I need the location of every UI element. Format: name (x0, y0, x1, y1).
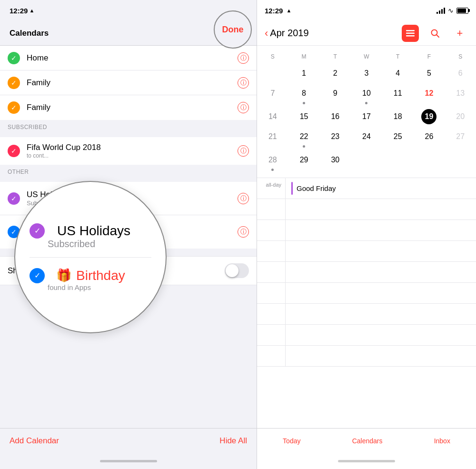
day-num-30: 30 (327, 152, 343, 168)
cal-day-15[interactable]: 15 (288, 107, 320, 127)
cal-week-2: 7 8 9 10 11 12 13 (257, 84, 476, 107)
cal-day-19[interactable]: 19 (414, 107, 445, 127)
show-declined-toggle[interactable] (225, 263, 249, 278)
day-num-13: 13 (453, 86, 468, 101)
good-friday-event[interactable]: Good Friday (297, 184, 336, 192)
day-num-29: 29 (297, 152, 312, 168)
cal-day-14[interactable]: 14 (257, 107, 288, 127)
fifa-calendar-name: Fifa World Cup 2018 (27, 143, 238, 152)
inbox-tab[interactable]: Inbox (434, 437, 450, 445)
cal-day-empty3 (382, 150, 414, 174)
day-num-25: 25 (390, 129, 406, 144)
info-fifa[interactable]: ⓘ (238, 145, 249, 157)
battery-fill (457, 9, 466, 13)
time-label-4 (257, 262, 286, 282)
day-num-5: 5 (421, 66, 436, 81)
day-num-6: 6 (453, 66, 468, 81)
cal-day-2[interactable]: 2 (319, 64, 351, 84)
day-header-s2: S (445, 51, 476, 62)
info-family2[interactable]: ⓘ (238, 102, 249, 113)
cal-day-3[interactable]: 3 (351, 64, 382, 84)
cal-day-8[interactable]: 8 (288, 84, 320, 107)
today-tab[interactable]: Today (283, 437, 300, 445)
day-num-11: 11 (390, 86, 406, 101)
list-view-button[interactable] (402, 25, 419, 42)
dot-8 (303, 102, 305, 104)
cal-day-27[interactable]: 27 (445, 127, 476, 150)
cal-day-23[interactable]: 23 (319, 127, 351, 150)
done-circle: Done (214, 10, 252, 49)
cal-day-7[interactable]: 7 (257, 84, 288, 107)
zoom-divider (30, 257, 151, 258)
day-num-10: 10 (359, 86, 374, 101)
hide-all-button[interactable]: Hide All (219, 436, 247, 446)
time-content-3 (286, 241, 476, 261)
back-arrow[interactable]: ‹ (265, 27, 268, 40)
calendars-tab[interactable]: Calendars (352, 437, 383, 445)
info-birthday[interactable]: ⓘ (238, 226, 249, 238)
day-num-24: 24 (359, 129, 374, 144)
info-usholidays[interactable]: ⓘ (238, 193, 249, 204)
cal-day-29[interactable]: 29 (288, 150, 320, 174)
cal-day-18[interactable]: 18 (382, 107, 414, 127)
calendar-item-fifaworldcup[interactable]: ✓ Fifa World Cup 2018 to cont... ⓘ (0, 137, 257, 165)
search-button[interactable] (426, 25, 444, 42)
day-headers: S M T W T F S (257, 50, 476, 64)
done-button[interactable]: Done (222, 25, 244, 35)
calendar-item-family1[interactable]: ✓ Family ⓘ (0, 70, 257, 95)
day-num-17: 17 (359, 109, 374, 124)
add-event-button[interactable]: + (451, 25, 468, 42)
home-calendar-name: Home (27, 53, 238, 63)
cal-day-4[interactable]: 4 (382, 64, 414, 84)
add-calendar-button[interactable]: Add Calendar (10, 436, 59, 446)
cal-day-empty5 (445, 150, 476, 174)
cal-day-25[interactable]: 25 (382, 127, 414, 150)
cal-day-20[interactable]: 20 (445, 107, 476, 127)
search-icon (431, 29, 439, 38)
day-num-26: 26 (421, 129, 436, 144)
subscribed-header: SUBSCRIBED (0, 120, 257, 132)
status-bar-right: 12:29 ▲ ∿ (257, 0, 476, 21)
day-num-28: 28 (265, 152, 280, 168)
cal-day-6[interactable]: 6 (445, 64, 476, 84)
day-num-12: 12 (421, 86, 436, 101)
cal-day-13[interactable]: 13 (445, 84, 476, 107)
gift-icon: 🎁 (56, 268, 71, 283)
info-home[interactable]: ⓘ (238, 52, 249, 64)
day-header-t1: T (319, 51, 351, 62)
cal-day-30[interactable]: 30 (319, 150, 351, 174)
day-header-f: F (414, 51, 445, 62)
signal-bar-4 (444, 8, 445, 14)
cal-day-17[interactable]: 17 (351, 107, 382, 127)
cal-day-1[interactable]: 1 (288, 64, 320, 84)
day-num-15: 15 (297, 109, 312, 124)
cal-day-12[interactable]: 12 (414, 84, 445, 107)
home-bar-left (100, 460, 157, 462)
cal-day-22[interactable]: 22 (288, 127, 320, 150)
time-content-5 (286, 283, 476, 303)
calendar-item-family2[interactable]: ✓ Family ⓘ (0, 95, 257, 120)
cal-day-28[interactable]: 28 (257, 150, 288, 174)
day-header-m: M (288, 51, 320, 62)
cal-day-26[interactable]: 26 (414, 127, 445, 150)
cal-day-9[interactable]: 9 (319, 84, 351, 107)
cal-day-5[interactable]: 5 (414, 64, 445, 84)
right-panel: 12:29 ▲ ∿ ‹ Apr 2019 (257, 0, 476, 469)
info-family1[interactable]: ⓘ (238, 77, 249, 89)
time-label-2 (257, 220, 286, 240)
cal-day-21[interactable]: 21 (257, 127, 288, 150)
time-slot-7 (257, 325, 476, 346)
time-slot-6 (257, 304, 476, 325)
location-icon-right: ▲ (286, 8, 291, 13)
cal-day-10[interactable]: 10 (351, 84, 382, 107)
wifi-icon: ∿ (448, 7, 454, 14)
cal-day-16[interactable]: 16 (319, 107, 351, 127)
zoom-usholidays-sub: Subscribed (48, 239, 151, 249)
cal-day-11[interactable]: 11 (382, 84, 414, 107)
zoom-usholidays-name: US Holidays (57, 223, 130, 239)
cal-day-empty4 (414, 150, 445, 174)
calendar-item-home[interactable]: ✓ Home ⓘ (0, 46, 257, 70)
time-slot-1 (257, 199, 476, 220)
cal-day-24[interactable]: 24 (351, 127, 382, 150)
all-day-row: all-day Good Friday (257, 178, 476, 199)
